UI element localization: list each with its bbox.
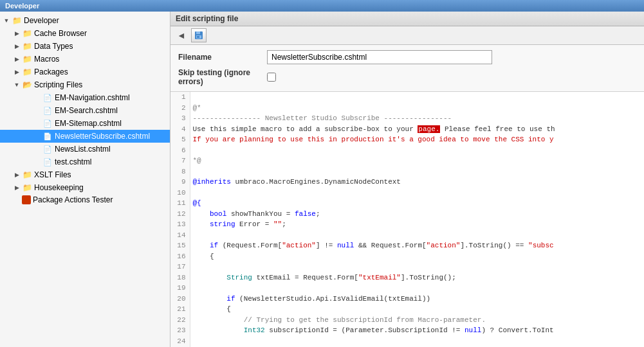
table-row: 19 (170, 283, 644, 294)
root-toggle[interactable]: ▼ (3, 17, 10, 24)
table-row: 8 (170, 166, 644, 177)
test-label: test.cshtml (55, 157, 91, 166)
macros-label: Macros (34, 55, 59, 64)
root-label: Developer (24, 16, 59, 25)
pkg-spacer (13, 196, 21, 204)
em-nav-spacer (33, 94, 41, 102)
sidebar-item-packages[interactable]: ▶ 📁 Packages (0, 66, 170, 78)
table-row: 24 (170, 336, 644, 347)
code-editor[interactable]: 12@*3---------------- Newsletter Studio … (170, 92, 644, 347)
line-number: 13 (170, 219, 190, 230)
line-number: 12 (170, 209, 190, 220)
save-button[interactable] (191, 28, 207, 42)
line-number: 2 (170, 103, 190, 114)
line-code: // Trying to get the subscriptionId from… (190, 315, 644, 326)
line-code: string Error = ""; (190, 219, 644, 230)
line-code: if (NewsletterStudio.Api.IsValidEmail(tx… (190, 294, 644, 305)
line-number: 3 (170, 113, 190, 124)
line-code: ---------------- Newsletter Studio Subsc… (190, 113, 644, 124)
sidebar-item-macros[interactable]: ▶ 📁 Macros (0, 53, 170, 66)
skip-testing-label: Skip testing (ignore errors) (178, 68, 262, 86)
filename-input[interactable] (267, 50, 492, 64)
em-search-file-icon: 📄 (42, 105, 53, 116)
line-code (190, 283, 644, 294)
tree-container[interactable]: ▼ 📁 Developer ▶ 📁 Cache Browser ▶ 📁 Data… (0, 12, 170, 347)
line-code: String txtEmail = Request.Form["txtEmail… (190, 272, 644, 283)
filename-label: Filename (178, 53, 262, 62)
line-number: 4 (170, 124, 190, 135)
table-row: 10 (170, 188, 644, 199)
housekeeping-folder-icon: 📁 (22, 182, 32, 193)
svg-rect-3 (197, 36, 199, 38)
line-number: 15 (170, 240, 190, 251)
table-row: 3---------------- Newsletter Studio Subs… (170, 113, 644, 124)
table-row: 5If you are planning to use this in prod… (170, 134, 644, 145)
sidebar-item-em-sitemap[interactable]: 📄 EM-Sitemap.cshtml (0, 117, 170, 130)
table-row: 9@inherits umbraco.MacroEngines.DynamicN… (170, 177, 644, 188)
nav-left-arrow[interactable]: ◄ (174, 30, 189, 40)
root-folder-icon: 📁 (12, 15, 22, 26)
sidebar-item-xslt[interactable]: ▶ 📁 XSLT Files (0, 168, 170, 181)
em-nav-file-icon: 📄 (42, 93, 53, 103)
line-code (190, 145, 644, 156)
line-code: if (Request.Form["action"] != null && Re… (190, 240, 644, 251)
line-number: 16 (170, 251, 190, 262)
cache-label: Cache Browser (34, 29, 87, 38)
sidebar-item-scripting-files[interactable]: ▼ 📂 Scripting Files (0, 78, 170, 91)
package-actions-special-icon (22, 195, 31, 204)
scripting-label: Scripting Files (34, 80, 82, 89)
skip-testing-checkbox[interactable] (267, 73, 276, 82)
line-code: { (190, 304, 644, 315)
sidebar-item-em-navigation[interactable]: 📄 EM-Navigation.cshtml (0, 91, 170, 104)
table-row: 14 (170, 230, 644, 241)
sidebar-item-newsletter-subscribe[interactable]: 📄 NewsletterSubscribe.cshtml (0, 130, 170, 143)
line-code (190, 230, 644, 241)
line-code (190, 92, 644, 103)
packages-label: Packages (34, 67, 68, 76)
sidebar-item-test[interactable]: 📄 test.cshtml (0, 156, 170, 168)
line-number: 10 (170, 188, 190, 199)
scripting-toggle[interactable]: ▼ (13, 81, 21, 89)
table-row: 15 if (Request.Form["action"] != null &&… (170, 240, 644, 251)
datatypes-toggle[interactable]: ▶ (13, 42, 21, 50)
sidebar-item-package-actions[interactable]: Package Actions Tester (0, 194, 170, 206)
newsletter-label: NewsletterSubscribe.cshtml (55, 132, 150, 141)
datatypes-folder-icon: 📁 (22, 41, 32, 51)
sidebar-item-newslist[interactable]: 📄 NewsList.cshtml (0, 143, 170, 156)
em-sitemap-file-icon: 📄 (42, 118, 53, 129)
line-number: 24 (170, 336, 190, 347)
line-code: @{ (190, 198, 644, 209)
sidebar-item-housekeeping[interactable]: ▶ 📁 Housekeeping (0, 181, 170, 194)
em-sitemap-label: EM-Sitemap.cshtml (55, 119, 122, 128)
line-number: 1 (170, 92, 190, 103)
macros-toggle[interactable]: ▶ (13, 55, 21, 63)
line-number: 18 (170, 272, 190, 283)
line-number: 8 (170, 166, 190, 177)
sidebar-item-data-types[interactable]: ▶ 📁 Data Types (0, 40, 170, 53)
sidebar-item-em-search[interactable]: 📄 EM-Search.cshtml (0, 104, 170, 117)
table-row: 18 String txtEmail = Request.Form["txtEm… (170, 272, 644, 283)
code-table: 12@*3---------------- Newsletter Studio … (170, 92, 644, 347)
line-number: 6 (170, 145, 190, 156)
table-row: 22 // Trying to get the subscriptionId f… (170, 315, 644, 326)
housekeeping-label: Housekeeping (34, 183, 84, 192)
cache-toggle[interactable]: ▶ (13, 30, 21, 37)
sidebar-item-cache-browser[interactable]: ▶ 📁 Cache Browser (0, 27, 170, 40)
main-layout: ▼ 📁 Developer ▶ 📁 Cache Browser ▶ 📁 Data… (0, 12, 644, 347)
line-code (190, 262, 644, 272)
newslist-file-icon: 📄 (42, 144, 53, 154)
xslt-toggle[interactable]: ▶ (13, 171, 21, 179)
table-row: 20 if (NewsletterStudio.Api.IsValidEmail… (170, 294, 644, 305)
tree-root[interactable]: ▼ 📁 Developer (0, 14, 170, 27)
table-row: 12 bool showThankYou = false; (170, 209, 644, 220)
housekeeping-toggle[interactable]: ▶ (13, 184, 21, 191)
line-code: @* (190, 103, 644, 114)
table-row: 21 { (170, 304, 644, 315)
line-number: 9 (170, 177, 190, 188)
table-row: 1 (170, 92, 644, 103)
title-label: Developer (5, 2, 39, 10)
title-bar: Developer (0, 0, 644, 12)
packages-toggle[interactable]: ▶ (13, 68, 21, 76)
table-row: 4Use this simple macro to add a subscrib… (170, 124, 644, 135)
package-actions-label: Package Actions Tester (33, 195, 113, 204)
